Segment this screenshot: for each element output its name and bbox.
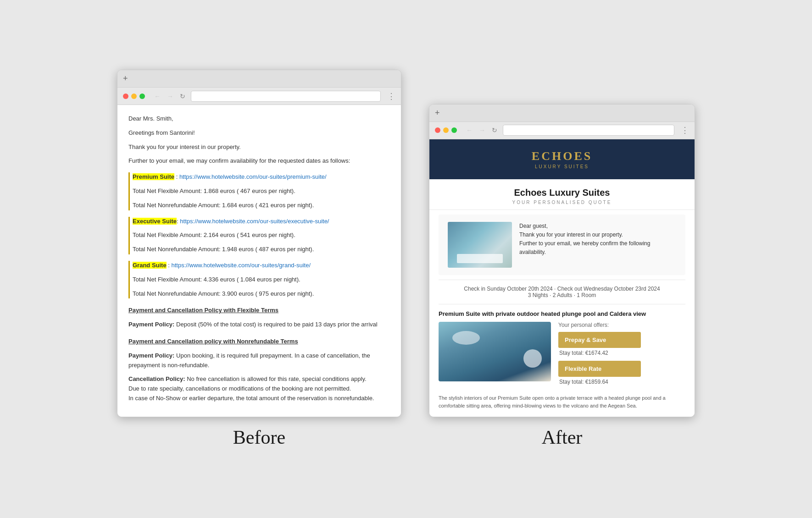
hotel-title-main: Echoes Luxury Suites — [439, 187, 685, 198]
hotel-intro-line2: Further to your email, we hereby confirm… — [519, 239, 676, 257]
offers-label: Your personal offers: — [558, 322, 685, 328]
after-minimize-window-button[interactable] — [443, 127, 449, 133]
comparison-wrapper: + ← → ↻ ⋮ Dear Mrs. Smi — [89, 51, 723, 467]
grand-suite-section: Grand Suite : https://www.hotelwebsite.c… — [128, 261, 390, 298]
after-reload-button[interactable]: ↻ — [490, 126, 499, 135]
after-browser-more-button[interactable]: ⋮ — [681, 125, 689, 135]
email-line3: Further to your email, we may confirm av… — [128, 156, 390, 166]
premium-amount2: Total Net Nonrefundable Amount: 1.684 eu… — [133, 201, 390, 210]
policy-nonrefundable-title: Payment and Cancellation policy with Non… — [128, 337, 390, 347]
after-browser-titlebar: ← → ↻ ⋮ — [429, 122, 695, 139]
suite-image — [439, 322, 551, 381]
new-tab-button[interactable]: + — [123, 74, 128, 83]
grand-amount2: Total Net Nonrefundable Amount: 3.900 eu… — [133, 289, 390, 299]
address-bar[interactable] — [191, 91, 381, 102]
flexible-total: Stay total: €1859.64 — [558, 379, 685, 385]
executive-suite-section: Executive Suite: https://www.hotelwebsit… — [128, 217, 390, 254]
hotel-suite-section: Premium Suite with private outdoor heate… — [429, 310, 695, 417]
executive-suite-link[interactable]: https://www.hotelwebsite.com/our-suites/… — [180, 218, 329, 225]
suite-row: Your personal offers: Prepay & Save Stay… — [439, 322, 685, 390]
hotel-booking-info: Check in Sunday October 20th 2024 · Chec… — [439, 280, 685, 304]
hotel-intro-text: Dear guest, Thank you for your interest … — [519, 222, 676, 268]
email-content: Dear Mrs. Smith, Greetings from Santorin… — [128, 114, 390, 403]
hotel-header: ECHOES LUXURY SUITES — [429, 139, 695, 179]
grand-suite-title: Grand Suite — [133, 262, 167, 269]
before-browser-content: Dear Mrs. Smith, Greetings from Santorin… — [117, 105, 401, 417]
policy-flexible-text: Payment Policy: Deposit (50% of the tota… — [128, 320, 390, 330]
prepay-total: Stay total: €1674.42 — [558, 350, 685, 356]
hotel-intro: Dear guest, Thank you for your interest … — [439, 215, 685, 275]
browser-nav-buttons: ← → ↻ — [152, 92, 187, 101]
email-line1: Greetings from Santorini! — [128, 128, 390, 138]
forward-button[interactable]: → — [165, 92, 175, 101]
before-panel: + ← → ↻ ⋮ Dear Mrs. Smi — [117, 70, 401, 448]
minimize-window-button[interactable] — [131, 94, 137, 99]
after-new-tab-button[interactable]: + — [435, 108, 440, 118]
flexible-rate-button[interactable]: Flexible Rate — [558, 361, 641, 377]
suite-description: The stylish interiors of our Premium Sui… — [439, 394, 685, 409]
close-window-button[interactable] — [123, 94, 128, 99]
window-controls — [123, 94, 145, 99]
after-forward-button[interactable]: → — [477, 126, 487, 135]
executive-suite-title: Executive Suite — [133, 218, 177, 225]
browser-tabs: + — [117, 70, 401, 88]
policy-nonrefundable-payment: Payment Policy: Upon booking, it is requ… — [128, 351, 390, 370]
premium-amount1: Total Net Flexible Amount: 1.868 euros (… — [133, 187, 390, 196]
premium-suite-section: Premium Suite : https://www.hotelwebsite… — [128, 172, 390, 210]
hotel-logo-sub: LUXURY SUITES — [439, 164, 685, 169]
before-browser: + ← → ↻ ⋮ Dear Mrs. Smi — [117, 70, 401, 417]
browser-titlebar: ← → ↻ ⋮ — [117, 88, 401, 105]
after-address-bar[interactable] — [503, 125, 674, 136]
after-maximize-window-button[interactable] — [451, 127, 457, 133]
hotel-intro-line1: Thank you for your interest in our prope… — [519, 231, 676, 239]
after-label: After — [542, 426, 583, 448]
hotel-intro-image — [448, 222, 512, 268]
back-button[interactable]: ← — [152, 92, 162, 101]
after-panel: + ← → ↻ ⋮ — [429, 104, 695, 448]
suite-offers: Your personal offers: Prepay & Save Stay… — [558, 322, 685, 390]
prepay-save-button[interactable]: Prepay & Save — [558, 332, 641, 348]
reload-button[interactable]: ↻ — [178, 92, 187, 101]
policy-cancellation: Cancellation Policy: No free cancellatio… — [128, 375, 390, 403]
after-browser-nav-buttons: ← → ↻ — [464, 126, 499, 135]
hotel-title-section: Echoes Luxury Suites YOUR PERSONALISED Q… — [429, 179, 695, 210]
suite-name: Premium Suite with private outdoor heate… — [439, 310, 685, 318]
premium-suite-title: Premium Suite — [133, 173, 174, 180]
premium-suite-link[interactable]: https://www.hotelwebsite.com/our-suites/… — [179, 173, 327, 180]
executive-amount2: Total Net Nonrefundable Amount: 1.948 eu… — [133, 245, 390, 254]
hotel-intro-greeting: Dear guest, — [519, 222, 676, 231]
email-greeting: Dear Mrs. Smith, — [128, 114, 390, 124]
browser-more-button[interactable]: ⋮ — [387, 91, 395, 101]
after-close-window-button[interactable] — [435, 127, 440, 133]
hotel-logo-text: ECHOES — [439, 149, 685, 163]
policy-flexible-title: Payment and Cancellation Policy with Fle… — [128, 306, 390, 315]
grand-amount1: Total Net Flexible Amount: 4.336 euros (… — [133, 275, 390, 285]
after-window-controls — [435, 127, 457, 133]
maximize-window-button[interactable] — [139, 94, 145, 99]
grand-suite-link[interactable]: https://www.hotelwebsite.com/our-suites/… — [172, 262, 311, 269]
after-browser-tabs: + — [429, 105, 695, 122]
after-browser-content: ECHOES LUXURY SUITES Echoes Luxury Suite… — [429, 139, 695, 417]
hotel-content: ECHOES LUXURY SUITES Echoes Luxury Suite… — [429, 139, 695, 417]
before-label: Before — [233, 426, 285, 448]
executive-amount1: Total Net Flexible Amount: 2.164 euros (… — [133, 231, 390, 240]
after-browser: + ← → ↻ ⋮ — [429, 104, 695, 417]
hotel-title-sub: YOUR PERSONALISED QUOTE — [439, 200, 685, 205]
after-back-button[interactable]: ← — [464, 126, 474, 135]
email-line2: Thank you for your interest in our prope… — [128, 143, 390, 152]
